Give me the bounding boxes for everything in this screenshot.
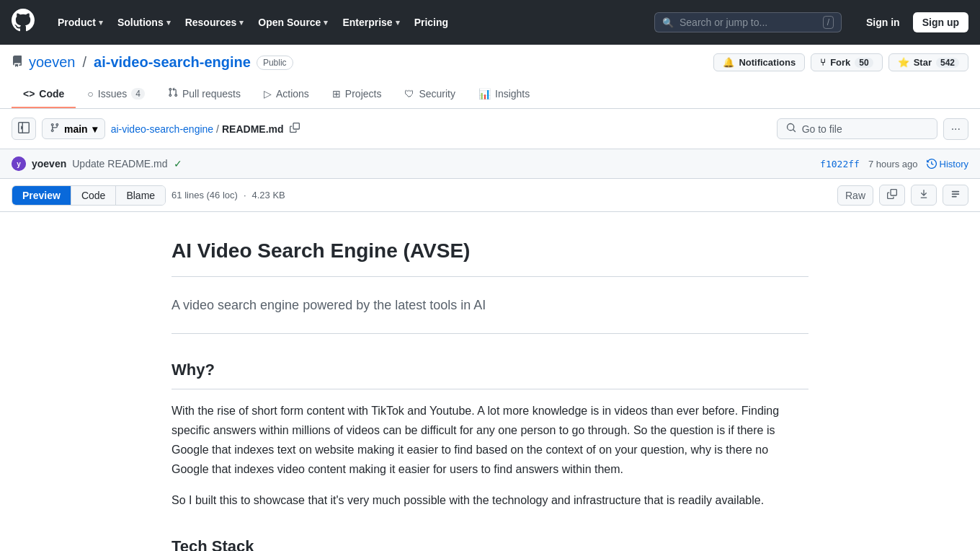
commit-time: 7 hours ago (868, 159, 918, 169)
chevron-down-icon: ▾ (166, 18, 171, 27)
auth-buttons: Sign in Sign up (859, 12, 968, 32)
file-actions-right: Raw (837, 185, 968, 206)
repo-title: yoeven / ai-video-search-engine Public (12, 54, 293, 71)
go-to-file-box[interactable] (777, 118, 937, 139)
breadcrumb-separator: / (216, 123, 219, 135)
nav-enterprise[interactable]: Enterprise ▾ (337, 12, 405, 32)
file-size-separator: · (244, 190, 246, 200)
code-view-button[interactable]: Code (71, 186, 116, 205)
go-to-file-input[interactable] (802, 123, 928, 135)
file-content: AI Video Search Engine (AVSE) A video se… (137, 212, 843, 551)
file-bar-right: ··· (777, 118, 968, 140)
file-lines: 61 lines (46 loc) (172, 190, 238, 200)
nav-resources[interactable]: Resources ▾ (179, 12, 250, 32)
file-size: 4.23 KB (252, 190, 285, 200)
actions-icon: ▷ (264, 88, 272, 100)
notifications-button[interactable]: 🔔 Notifications (713, 53, 805, 71)
nav-product[interactable]: Product ▾ (52, 12, 109, 32)
projects-icon: ⊞ (332, 88, 341, 100)
star-label: Star (914, 57, 932, 68)
chevron-down-icon: ▾ (99, 18, 103, 27)
chevron-down-icon: ▾ (239, 18, 244, 27)
commit-hash[interactable]: f1022ff (820, 159, 860, 169)
commit-left: y yoeven Update README.md ✓ (12, 157, 182, 171)
nav-items: Product ▾ Solutions ▾ Resources ▾ Open S… (52, 12, 454, 32)
readme-why-p1: With the rise of short form content with… (172, 401, 808, 480)
bell-icon: 🔔 (723, 57, 734, 68)
commit-message: Update README.md (72, 158, 167, 169)
pull-request-icon (168, 87, 178, 100)
star-button[interactable]: ⭐ Star 542 (888, 53, 968, 71)
copy-raw-button[interactable] (879, 185, 905, 206)
history-label: History (940, 159, 968, 169)
fork-count: 50 (855, 58, 873, 68)
star-count: 542 (936, 58, 959, 68)
repo-header: yoeven / ai-video-search-engine Public 🔔… (0, 45, 980, 109)
author-avatar: y (12, 157, 26, 171)
tab-projects[interactable]: ⊞ Projects (321, 80, 393, 108)
copy-path-button[interactable] (287, 121, 303, 136)
search-icon: 🔍 (662, 17, 674, 28)
breadcrumb-filename: README.md (222, 123, 284, 135)
repo-owner[interactable]: yoeven (29, 54, 76, 71)
blame-button[interactable]: Blame (116, 186, 165, 205)
insights-icon: 📊 (478, 88, 491, 100)
search-icon (786, 123, 796, 135)
top-navigation: Product ▾ Solutions ▾ Resources ▾ Open S… (0, 0, 980, 45)
repo-separator: / (83, 54, 87, 71)
star-icon: ⭐ (898, 57, 909, 68)
download-button[interactable] (911, 185, 937, 206)
svg-text:y: y (17, 160, 21, 168)
raw-button[interactable]: Raw (837, 185, 873, 206)
chevron-down-icon: ▾ (396, 18, 400, 27)
branch-name: main (64, 123, 88, 135)
fork-button[interactable]: ⑂ Fork 50 (811, 53, 883, 71)
readme-subtitle: A video search engine powered by the lat… (172, 294, 808, 335)
breadcrumb-repo-link[interactable]: ai-video-search-engine (111, 123, 213, 135)
file-meta: 61 lines (46 loc) · 4.23 KB (172, 190, 285, 200)
tab-issues[interactable]: ○ Issues 4 (76, 80, 156, 108)
repo-title-row: yoeven / ai-video-search-engine Public 🔔… (12, 53, 968, 80)
chevron-down-icon: ▾ (324, 18, 328, 27)
tab-code-label: Code (39, 88, 64, 100)
tab-insights[interactable]: 📊 Insights (467, 80, 541, 108)
github-logo-icon[interactable] (12, 9, 35, 36)
more-options-button[interactable]: ··· (943, 118, 968, 140)
nav-solutions[interactable]: Solutions ▾ (112, 12, 177, 32)
format-button[interactable] (943, 185, 968, 206)
search-box[interactable]: 🔍 / (654, 12, 842, 32)
nav-open-source[interactable]: Open Source ▾ (252, 12, 334, 32)
search-shortcut-badge: / (823, 16, 834, 29)
branch-selector[interactable]: main ▾ (42, 118, 105, 139)
tab-issues-label: Issues (98, 88, 127, 100)
tab-actions-label: Actions (276, 88, 309, 100)
search-input[interactable] (680, 17, 817, 28)
readme-why-p2: So I built this to showcase that it's ve… (172, 490, 808, 510)
issues-icon: ○ (87, 88, 93, 100)
security-icon: 🛡 (404, 88, 414, 100)
tab-pull-requests[interactable]: Pull requests (156, 80, 252, 108)
commit-check-icon: ✓ (174, 158, 182, 169)
nav-pricing[interactable]: Pricing (409, 12, 454, 32)
readme-why-heading: Why? (172, 357, 808, 389)
branch-chevron-icon: ▾ (92, 123, 97, 135)
tab-actions[interactable]: ▷ Actions (252, 80, 321, 108)
repo-name[interactable]: ai-video-search-engine (94, 54, 251, 71)
fork-icon: ⑂ (820, 57, 826, 68)
sign-in-button[interactable]: Sign in (859, 12, 907, 32)
commit-row: y yoeven Update README.md ✓ f1022ff 7 ho… (0, 149, 980, 179)
toolbar-left: Preview Code Blame 61 lines (46 loc) · 4… (12, 185, 285, 206)
repo-icon (12, 56, 23, 70)
sign-up-button[interactable]: Sign up (913, 12, 968, 32)
preview-button[interactable]: Preview (12, 186, 71, 205)
fork-label: Fork (830, 57, 850, 68)
tab-code[interactable]: <> Code (12, 80, 76, 108)
commit-author[interactable]: yoeven (32, 158, 66, 169)
code-icon: <> (23, 88, 35, 100)
sidebar-toggle-button[interactable] (12, 118, 36, 140)
tab-security[interactable]: 🛡 Security (393, 80, 467, 108)
issues-count: 4 (131, 88, 145, 100)
tab-projects-label: Projects (345, 88, 382, 100)
commit-right: f1022ff 7 hours ago History (820, 159, 968, 169)
history-button[interactable]: History (927, 159, 968, 169)
